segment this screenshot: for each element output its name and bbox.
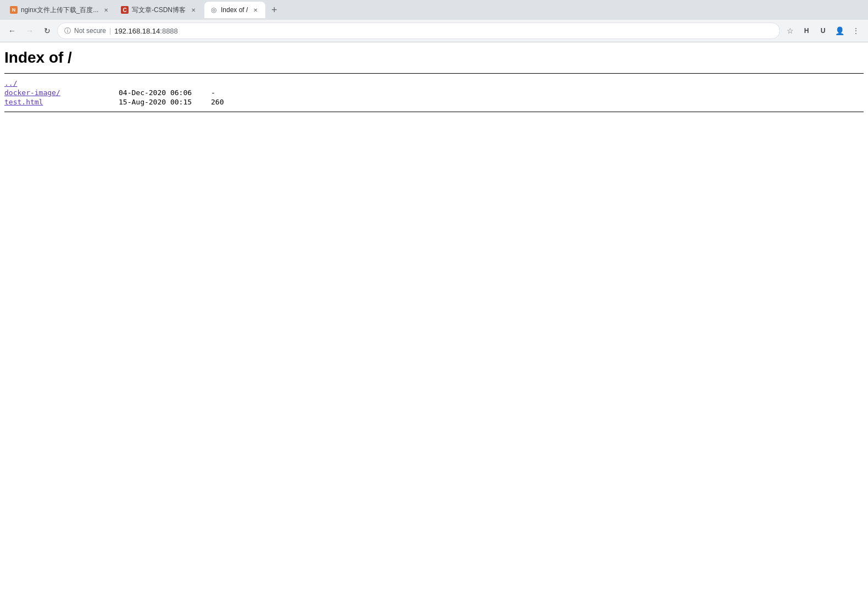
address-bar[interactable]: ⓘ Not secure | 192.168.18.14:8888	[57, 23, 780, 39]
test-html-date: 15-Aug-2020 00:15	[119, 98, 207, 106]
reload-button[interactable]: ↻	[40, 23, 55, 38]
profile-button[interactable]: 👤	[832, 23, 847, 38]
tab-index[interactable]: ◎ Index of / ✕	[204, 2, 265, 18]
page-content: Index of / ../ docker-image/ 04-Dec-2020…	[0, 42, 868, 119]
tab-label-csdn: 写文章-CSDN博客	[132, 5, 186, 15]
parent-link[interactable]: ../	[4, 79, 17, 87]
tab-favicon-csdn: C	[121, 6, 129, 14]
docker-image-date: 04-Dec-2020 06:06	[119, 88, 207, 97]
toolbar-icons: ☆ H U 👤 ⋮	[782, 23, 864, 38]
tab-nginx[interactable]: N nginx文件上传下载_百度... ✕	[4, 2, 114, 18]
tab-favicon-index: ◎	[210, 6, 218, 14]
url-display: 192.168.18.14:8888	[114, 27, 178, 35]
tab-close-index[interactable]: ✕	[251, 5, 260, 14]
menu-button[interactable]: ⋮	[848, 23, 864, 38]
tab-close-csdn[interactable]: ✕	[189, 5, 198, 14]
extension2-button[interactable]: U	[815, 23, 831, 38]
file-listing: ../ docker-image/ 04-Dec-2020 06:06 - te…	[4, 76, 864, 109]
page-title: Index of /	[4, 49, 864, 67]
test-html-link[interactable]: test.html	[4, 98, 114, 106]
tab-label-nginx: nginx文件上传下载_百度...	[21, 5, 98, 15]
file-row-test: test.html 15-Aug-2020 00:15 260	[4, 98, 864, 106]
bottom-divider	[4, 112, 864, 112]
top-divider	[4, 73, 864, 74]
tab-bar: N nginx文件上传下载_百度... ✕ C 写文章-CSDN博客 ✕ ◎ I…	[0, 0, 868, 20]
forward-button[interactable]: →	[22, 23, 37, 38]
docker-image-size: -	[211, 88, 215, 97]
test-html-size: 260	[211, 98, 224, 106]
address-separator: |	[109, 27, 111, 35]
file-row-parent: ../	[4, 79, 864, 87]
tab-csdn[interactable]: C 写文章-CSDN博客 ✕	[115, 2, 203, 18]
back-button[interactable]: ←	[4, 23, 20, 38]
address-bar-row: ← → ↻ ⓘ Not secure | 192.168.18.14:8888 …	[0, 20, 868, 42]
tab-close-nginx[interactable]: ✕	[102, 5, 110, 14]
bookmark-button[interactable]: ☆	[782, 23, 798, 38]
url-port: :8888	[160, 27, 178, 35]
extension1-button[interactable]: H	[799, 23, 814, 38]
tab-label-index: Index of /	[221, 6, 248, 14]
tab-favicon-nginx: N	[10, 6, 18, 14]
docker-image-link[interactable]: docker-image/	[4, 88, 114, 97]
security-icon: ⓘ	[64, 26, 71, 36]
not-secure-label: Not secure	[74, 27, 106, 35]
browser-chrome: N nginx文件上传下载_百度... ✕ C 写文章-CSDN博客 ✕ ◎ I…	[0, 0, 868, 42]
file-row-docker: docker-image/ 04-Dec-2020 06:06 -	[4, 88, 864, 97]
new-tab-button[interactable]: +	[266, 2, 282, 18]
url-host: 192.168.18.14	[114, 27, 160, 35]
